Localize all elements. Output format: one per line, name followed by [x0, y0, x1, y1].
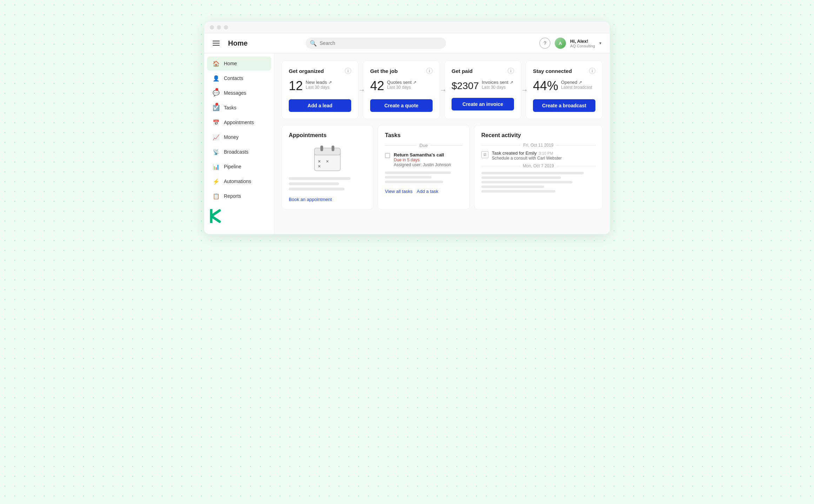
sidebar-item-contacts[interactable]: 👤 Contacts: [207, 71, 271, 85]
stat-card-header: Stay connected i: [533, 68, 595, 74]
task-item: Return Samantha's call Due in 5 days Ass…: [385, 152, 462, 167]
task-content: Return Samantha's call Due in 5 days Ass…: [394, 152, 451, 167]
placeholder-line: [289, 188, 345, 190]
stat-card-body: 44% Opened ↗ Latest broadcast: [533, 80, 595, 92]
placeholder-line: [481, 176, 561, 179]
reports-icon: 📋: [213, 193, 220, 200]
placeholder-line: [481, 190, 555, 193]
hamburger-menu-icon[interactable]: [213, 41, 220, 46]
activity-item: ☑ Task created for Emily 3:10 PM Schedul…: [481, 150, 595, 161]
stat-detail: Opened ↗ Latest broadcast: [561, 80, 592, 90]
activity-placeholder-lines: [481, 172, 595, 193]
sidebar-item-money[interactable]: 📈 Money: [207, 130, 271, 144]
sidebar-item-label: Broadcasts: [224, 149, 248, 155]
stat-card-header: Get organized i: [289, 68, 351, 74]
help-icon[interactable]: ?: [539, 38, 551, 49]
sidebar-item-reports[interactable]: 📋 Reports: [207, 189, 271, 203]
info-icon[interactable]: i: [426, 68, 433, 74]
stat-detail: Quotes sent ↗ Last 30 days: [387, 80, 416, 90]
stat-sublabel: Last 30 days: [306, 85, 332, 90]
sidebar-item-broadcasts[interactable]: 📡 Broadcasts: [207, 145, 271, 159]
sidebar-item-label: Reports: [224, 193, 241, 199]
stat-detail: New leads ↗ Last 30 days: [306, 80, 332, 90]
task-created-icon: ☑: [481, 151, 488, 158]
view-all-tasks-link[interactable]: View all tasks: [385, 189, 413, 194]
bottom-row: Appointments × × ×: [281, 125, 603, 210]
chevron-down-icon[interactable]: ▾: [599, 41, 601, 46]
stat-card-title: Stay connected: [533, 68, 572, 74]
svg-text:×: ×: [326, 159, 329, 164]
app-container: Home 🔍 ? A Hi, Alex! AQ Consulting ▾ 🏠: [204, 33, 610, 234]
arrow-icon: ↗: [579, 80, 582, 85]
sidebar-item-messages[interactable]: 💬 Messages: [207, 86, 271, 100]
info-icon[interactable]: i: [345, 68, 351, 74]
arrow-icon: ↗: [510, 80, 513, 85]
stat-label: Invoices sent ↗: [482, 80, 513, 85]
activity-content: Task created for Emily 3:10 PM Schedule …: [492, 150, 562, 161]
stat-sublabel: Last 30 days: [387, 85, 416, 90]
stat-sublabel: Latest broadcast: [561, 85, 592, 90]
sidebar-item-label: Automations: [224, 179, 251, 184]
divider: [431, 145, 462, 146]
contacts-icon: 👤: [213, 75, 220, 82]
create-broadcast-button[interactable]: Create a broadcast: [533, 99, 595, 112]
stat-card-body: 12 New leads ↗ Last 30 days: [289, 80, 351, 92]
date-label: Fri, Oct 11 2019: [523, 143, 553, 148]
task-card-links: View all tasks Add a task: [385, 189, 462, 194]
stat-card-body: $2307 Invoices sent ↗ Last 30 days: [452, 80, 514, 91]
header: Home 🔍 ? A Hi, Alex! AQ Consulting ▾: [204, 33, 610, 53]
arrow-icon: ↗: [413, 80, 416, 85]
recent-activity-card: Recent activity Fri, Oct 11 2019 ☑ Task …: [474, 125, 603, 210]
task-name: Return Samantha's call: [394, 152, 451, 157]
stat-label: New leads ↗: [306, 80, 332, 85]
stat-number: 12: [289, 80, 303, 92]
sidebar-item-tasks[interactable]: ☑️ Tasks: [207, 101, 271, 115]
search-icon: 🔍: [310, 40, 317, 47]
date-line: [557, 166, 595, 166]
activity-time: 3:10 PM: [539, 151, 553, 155]
info-icon[interactable]: i: [589, 68, 595, 74]
browser-chrome: [204, 22, 610, 33]
sidebar-item-automations[interactable]: ⚡ Automations: [207, 174, 271, 188]
create-quote-button[interactable]: Create a quote: [370, 99, 433, 112]
appointments-card-title: Appointments: [289, 132, 366, 139]
sidebar-item-label: Home: [224, 61, 237, 66]
create-invoice-button[interactable]: Create an invoice: [452, 98, 514, 110]
svg-rect-3: [332, 146, 334, 151]
sidebar-item-appointments[interactable]: 📅 Appointments: [207, 115, 271, 129]
sidebar-item-home[interactable]: 🏠 Home: [207, 56, 271, 70]
task-checkbox[interactable]: [385, 153, 390, 158]
sidebar-item-label: Money: [224, 134, 239, 140]
stat-sublabel: Last 30 days: [482, 85, 513, 90]
browser-dot-yellow: [217, 25, 221, 29]
placeholder-line: [385, 172, 451, 174]
sidebar: 🏠 Home 👤 Contacts 💬 Messages ☑️ Tasks: [204, 53, 274, 234]
stat-card-header: Get paid i: [452, 68, 514, 74]
appointments-icon: 📅: [213, 119, 220, 126]
activity-date-1: Fri, Oct 11 2019: [481, 143, 595, 148]
add-task-link[interactable]: Add a task: [417, 189, 438, 194]
stat-number: 44%: [533, 80, 558, 92]
browser-dot-green: [224, 25, 228, 29]
next-arrow-icon: →: [521, 86, 528, 94]
add-lead-button[interactable]: Add a lead: [289, 99, 351, 112]
book-appointment-link[interactable]: Book an appointment: [289, 197, 332, 202]
next-arrow-icon: →: [358, 86, 365, 94]
tasks-badge: [215, 103, 218, 106]
activity-sub-text: Schedule a consult with Carl Webster: [492, 156, 562, 161]
appointments-placeholder-lines: [289, 177, 366, 190]
money-icon: 📈: [213, 134, 220, 141]
search-input[interactable]: [306, 38, 446, 49]
activity-card-title: Recent activity: [481, 132, 595, 139]
stat-label: Opened ↗: [561, 80, 592, 85]
stat-card-job: Get the job i 42 Quotes sent ↗ Last 30 d…: [363, 60, 440, 119]
sidebar-item-pipeline[interactable]: 📊 Pipeline: [207, 160, 271, 174]
info-icon[interactable]: i: [508, 68, 514, 74]
stat-detail: Invoices sent ↗ Last 30 days: [482, 80, 513, 90]
activity-main-text: Task created for Emily: [492, 150, 537, 156]
appointments-card: Appointments × × ×: [281, 125, 373, 210]
sidebar-item-label: Messages: [224, 90, 246, 96]
task-placeholder-lines: [385, 172, 462, 183]
date-line: [481, 145, 521, 146]
divider: [385, 145, 416, 146]
